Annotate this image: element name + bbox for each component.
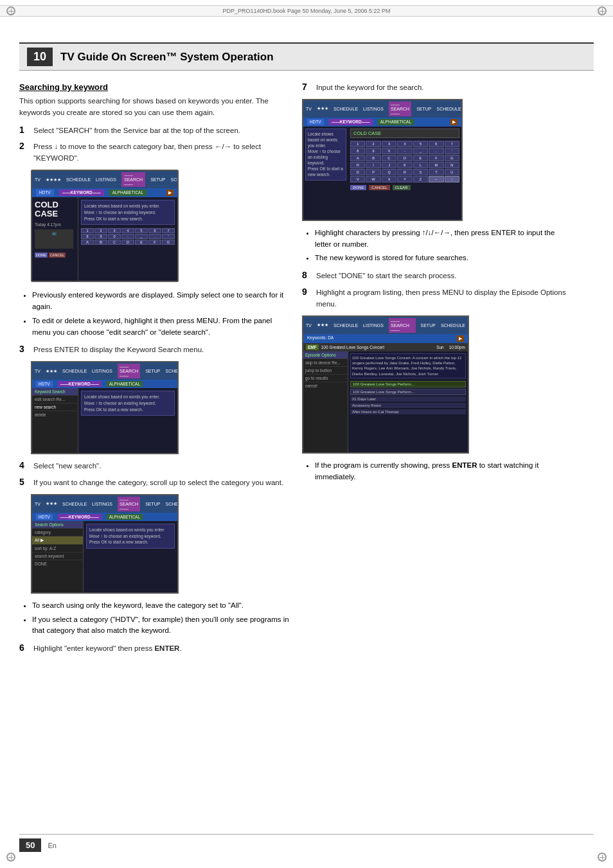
tv3-subbar: HDTV ——KEYWORD—— ALPHABETICAL xyxy=(32,513,177,521)
tv3-list: LISTINGS xyxy=(92,502,112,506)
tv-screen-3: TV ★★★ SCHEDULE LISTINGS ——SEARCH—— SETU… xyxy=(31,494,179,594)
tvr2-show-title: 100 Greatest Love Songs Concert xyxy=(321,345,384,350)
step-1-text: Select "SEARCH" from the Service bar at … xyxy=(33,125,240,137)
rkey-x: X xyxy=(382,176,396,182)
file-path: PDP_PRO1140HD.book Page 50 Monday, June … xyxy=(0,5,613,17)
footer-lang: En xyxy=(48,842,56,849)
tvr1-arrow: ▶ xyxy=(450,119,458,125)
tvr2-prog3: 21 Days Later xyxy=(350,396,466,402)
tv-menu-listings: LISTINGS xyxy=(96,177,116,182)
tv-screen-2: TV ★★★ SCHEDULE LISTINGS ——SEARCH—— SETU… xyxy=(31,361,179,454)
rkey-7: 7 xyxy=(445,141,459,147)
intro-text: This option supports searching for shows… xyxy=(19,96,289,119)
corner-mark-bl xyxy=(6,853,15,862)
tv-alpha: ALPHABETICAL xyxy=(109,190,147,196)
page-header: 10 TV Guide On Screen™ System Operation xyxy=(19,42,594,71)
step-8: 8 Select "DONE" to start the search proc… xyxy=(302,270,572,282)
rkey-z: Z xyxy=(413,176,428,182)
tv2-body: Keyword Search edit search Re... new sea… xyxy=(32,388,177,454)
bullet-1: Previously entered keywords are displaye… xyxy=(32,290,289,313)
tvr1-list: LISTINGS xyxy=(363,107,384,111)
key-apos: ' xyxy=(162,234,175,239)
tvr1-body: Locate shows based on words you enter. M… xyxy=(303,127,461,221)
rkey-e: E xyxy=(413,155,428,161)
step-4-text: Select "new search". xyxy=(33,461,101,472)
rkey-m: M xyxy=(429,162,443,168)
key-5: 5 xyxy=(135,228,148,233)
rkey-b: B xyxy=(366,155,380,161)
rkey-l: L xyxy=(413,162,428,168)
rkey-9: 9 xyxy=(366,148,380,154)
clear-btn-r1: CLEAR xyxy=(393,185,411,190)
tv-bar-2: TV ★★★ SCHEDULE LISTINGS ——SEARCH—— SETU… xyxy=(32,362,177,380)
tv-menu-tv: TV xyxy=(35,177,40,182)
done-btn-1: DONE xyxy=(35,252,48,258)
key-3: 3 xyxy=(108,228,121,233)
tv3-setup: SETUP xyxy=(145,502,160,506)
tv2-sidebar: Keyword Search edit search Re... new sea… xyxy=(32,388,78,454)
rkey-c: C xyxy=(382,155,396,161)
rkey-i: I xyxy=(366,162,380,168)
tv-bottom-btns-1: DONE CANCEL xyxy=(32,251,78,259)
keyword-display: COLD CASE xyxy=(350,128,459,138)
step-3-num: 3 xyxy=(19,344,33,354)
step-4: 4 Select "new search". xyxy=(19,461,289,472)
rkey-3: 3 xyxy=(382,141,396,147)
step-2: 2 Press ↓ to move to the search category… xyxy=(19,141,289,164)
tv-menu-schedule2: SCHEDULE xyxy=(171,177,179,182)
tv-bar-r2: TV ★★★ SCHEDULE LISTINGS ——SEARCH—— SETU… xyxy=(303,317,468,334)
cancel-btn-1: CANCEL xyxy=(49,252,66,258)
tvr2-kw-label: Keywords: DA xyxy=(307,335,333,342)
tvr2-arrow: ▶ xyxy=(457,335,464,342)
tv3-info: Locate shows based on words you enter. M… xyxy=(86,524,175,549)
key-4: 4 xyxy=(121,228,134,233)
key-8: 8 xyxy=(81,234,94,239)
tv-screen-1: TV ★★★★ SCHEDULE LISTINGS ——SEARCH—— SET… xyxy=(31,170,179,282)
tv-hdtv: HDTV xyxy=(36,190,54,196)
key-c: C xyxy=(108,240,121,245)
step-8-text: Select "DONE" to start the search proces… xyxy=(316,270,456,282)
tv-subbar-1: HDTV ——KEYWORD—— ALPHABETICAL ▶ xyxy=(32,188,177,197)
rkey-dash: - xyxy=(397,148,412,154)
rkey-apos: ' xyxy=(445,148,459,154)
tvr1-subbar: HDTV ——KEYWORD—— ALPHABETICAL ▶ xyxy=(303,118,461,127)
bullet-3: To search using only the keyword, leave … xyxy=(32,600,289,612)
tvr2-jump: jump to button xyxy=(303,367,348,375)
done-btn-r1: DONE xyxy=(350,185,366,190)
tvr1-tv: TV xyxy=(306,107,312,111)
step-6: 6 Highlight "enter keyword" then press E… xyxy=(19,643,289,655)
bullets-after-tv3: To search using only the keyword, leave … xyxy=(19,600,289,637)
tv-menu-stars: ★★★★ xyxy=(46,177,61,182)
key-g: G xyxy=(162,240,175,245)
tv-bar-r1: TV ★★★ SCHEDULE LISTINGS ——SEARCH—— SETU… xyxy=(303,100,461,118)
tv3-sched2: SCHEDULE xyxy=(166,502,179,506)
step-8-num: 8 xyxy=(302,270,316,280)
tvr2-search: ——SEARCH—— xyxy=(389,318,416,333)
bullets-final: If the program is currently showing, pre… xyxy=(302,460,572,483)
rkey-6: 6 xyxy=(429,141,443,147)
rkey-k: K xyxy=(397,162,412,168)
tv-screen-r2: TV ★★★ SCHEDULE LISTINGS ——SEARCH—— SETU… xyxy=(302,315,469,454)
key-7: 7 xyxy=(162,228,175,233)
step-7: 7 Input the keyword for the search. xyxy=(302,82,572,94)
tvr2-subbar: Keywords: DA ▶ xyxy=(303,334,468,343)
tv-info-1: Locate shows based on words you enter. M… xyxy=(81,200,175,225)
tvr2-channel-row: EMF 100 Greatest Love Songs Concert Sun … xyxy=(303,343,468,351)
tv2-tv: TV xyxy=(35,369,40,373)
tvr2-sched: SCHEDULE xyxy=(333,323,358,328)
key-f: F xyxy=(148,240,161,245)
tv3-hdtv: HDTV xyxy=(36,514,53,520)
tv3-cat: category xyxy=(32,529,83,536)
tvr2-prog4: Accessory Room xyxy=(350,403,466,408)
tv2-right: Locate shows based on words you enter. M… xyxy=(78,388,177,454)
tv3-stars: ★★★ xyxy=(46,501,57,506)
tv-screen-r1: TV ★★★ SCHEDULE LISTINGS ——SEARCH—— SETU… xyxy=(302,99,463,221)
tvr1-keyword: ——KEYWORD—— xyxy=(329,119,373,125)
tvr2-desc: 100 Greatest Love Songs Concert: A conce… xyxy=(350,353,466,379)
corner-mark-tr xyxy=(598,6,607,15)
tvr1-setup: SETUP xyxy=(416,107,431,111)
step-9: 9 Highlight a program listing, then pres… xyxy=(302,287,572,310)
tvr2-stars: ★★★ xyxy=(317,323,328,328)
tv3-alpha: ALPHABETICAL xyxy=(107,514,143,520)
tvr2-time: 10:00pm xyxy=(449,345,465,350)
